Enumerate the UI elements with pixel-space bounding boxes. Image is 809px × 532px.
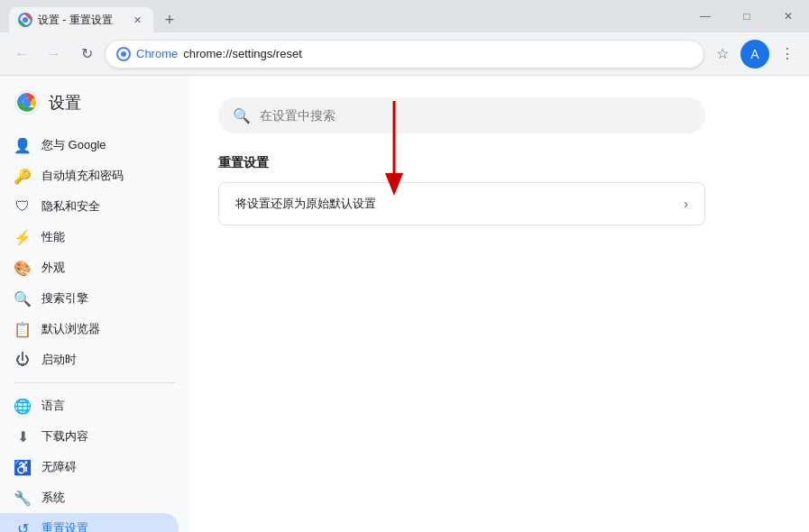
- sidebar-item-startup[interactable]: ⏻ 启动时: [0, 344, 179, 375]
- chrome-menu-button[interactable]: ⋮: [773, 40, 802, 69]
- back-button[interactable]: ←: [7, 40, 36, 69]
- shield-icon: 🛡: [14, 198, 31, 215]
- sidebar-label-privacy: 隐私和安全: [41, 198, 100, 215]
- tab-area: 设置 - 重置设置 ✕ +: [0, 0, 182, 32]
- maximize-button[interactable]: □: [726, 0, 768, 32]
- bookmark-button[interactable]: ☆: [708, 40, 737, 69]
- close-button[interactable]: ✕: [768, 0, 809, 32]
- system-icon: 🔧: [14, 490, 31, 506]
- chrome-favicon-icon: [116, 47, 131, 61]
- refresh-icon: ↻: [81, 45, 93, 62]
- settings-sidebar: 设置 👤 您与 Google 🔑 自动填充和密码 🛡 隐私和安全 ⚡ 性能 🎨 …: [0, 76, 189, 532]
- sidebar-label-startup: 启动时: [41, 352, 77, 368]
- palette-icon: 🎨: [14, 260, 31, 276]
- download-icon: ⬇: [14, 428, 31, 445]
- sidebar-label-performance: 性能: [41, 229, 65, 245]
- reset-option-label: 将设置还原为原始默认设置: [235, 196, 376, 212]
- reset-section: 将设置还原为原始默认设置 ›: [218, 182, 780, 225]
- address-bar[interactable]: Chrome chrome://settings/reset: [105, 40, 704, 69]
- settings-search-bar[interactable]: 🔍: [218, 97, 705, 133]
- svg-point-1: [23, 17, 28, 23]
- forward-button[interactable]: →: [40, 40, 69, 69]
- section-title: 重置设置: [218, 155, 780, 171]
- sidebar-item-language[interactable]: 🌐 语言: [0, 390, 179, 421]
- sidebar-divider: [14, 382, 175, 383]
- sidebar-label-search: 搜索引擎: [41, 290, 88, 307]
- search-icon: 🔍: [233, 107, 251, 124]
- chevron-right-icon: ›: [684, 197, 688, 211]
- startup-icon: ⏻: [14, 352, 31, 368]
- back-icon: ←: [14, 46, 29, 62]
- settings-logo-icon: [14, 90, 40, 115]
- sidebar-item-system[interactable]: 🔧 系统: [0, 482, 179, 513]
- chrome-label: Chrome: [136, 47, 178, 60]
- profile-button[interactable]: A: [740, 40, 769, 69]
- reset-icon: ↺: [14, 520, 31, 532]
- sidebar-item-browser[interactable]: 📋 默认浏览器: [0, 314, 179, 344]
- sidebar-label-google: 您与 Google: [41, 137, 106, 153]
- svg-point-3: [121, 51, 126, 57]
- tab-favicon: [18, 13, 32, 27]
- minimize-button[interactable]: —: [685, 0, 726, 32]
- sidebar-label-system: 系统: [41, 490, 65, 506]
- settings-header: 设置: [0, 90, 189, 130]
- sidebar-item-performance[interactable]: ⚡ 性能: [0, 222, 179, 252]
- sidebar-item-privacy[interactable]: 🛡 隐私和安全: [0, 191, 179, 222]
- accessibility-icon: ♿: [14, 459, 31, 475]
- sidebar-label-reset: 重置设置: [41, 520, 88, 532]
- settings-search-input[interactable]: [260, 108, 691, 123]
- main-layout: 设置 👤 您与 Google 🔑 自动填充和密码 🛡 隐私和安全 ⚡ 性能 🎨 …: [0, 76, 809, 532]
- refresh-button[interactable]: ↻: [72, 40, 101, 69]
- sidebar-item-appearance[interactable]: 🎨 外观: [0, 252, 179, 283]
- tab-title: 设置 - 重置设置: [38, 13, 124, 28]
- performance-icon: ⚡: [14, 229, 31, 245]
- sidebar-item-autofill[interactable]: 🔑 自动填充和密码: [0, 161, 179, 191]
- sidebar-item-downloads[interactable]: ⬇ 下载内容: [0, 421, 179, 452]
- address-text: chrome://settings/reset: [183, 47, 693, 60]
- person-icon: 👤: [14, 137, 31, 153]
- sidebar-label-autofill: 自动填充和密码: [41, 168, 124, 184]
- sidebar-item-accessibility[interactable]: ♿ 无障碍: [0, 452, 179, 482]
- window-controls: — □ ✕: [685, 0, 809, 32]
- star-icon: ☆: [716, 45, 729, 62]
- active-tab[interactable]: 设置 - 重置设置 ✕: [9, 7, 153, 32]
- language-icon: 🌐: [14, 398, 31, 414]
- sidebar-label-downloads: 下载内容: [41, 428, 88, 445]
- sidebar-label-appearance: 外观: [41, 260, 65, 276]
- reset-to-default-button[interactable]: 将设置还原为原始默认设置 ›: [218, 182, 705, 225]
- sidebar-label-accessibility: 无障碍: [41, 459, 77, 475]
- menu-icon: ⋮: [780, 45, 795, 62]
- settings-page-title: 设置: [49, 92, 81, 114]
- tab-close-button[interactable]: ✕: [130, 13, 144, 27]
- settings-content: 🔍 重置设置 将设置还原为原始默认设置 ›: [189, 76, 809, 532]
- search-icon: 🔍: [14, 290, 31, 307]
- sidebar-item-google[interactable]: 👤 您与 Google: [0, 130, 179, 161]
- browser-toolbar: ← → ↻ Chrome chrome://settings/reset ☆ A…: [0, 32, 809, 76]
- new-tab-button[interactable]: +: [157, 7, 182, 32]
- profile-icon: A: [750, 47, 758, 61]
- titlebar: 设置 - 重置设置 ✕ + — □ ✕: [0, 0, 809, 32]
- key-icon: 🔑: [14, 168, 31, 184]
- sidebar-item-search[interactable]: 🔍 搜索引擎: [0, 283, 179, 314]
- sidebar-label-language: 语言: [41, 398, 65, 414]
- forward-icon: →: [47, 46, 61, 62]
- sidebar-label-browser: 默认浏览器: [41, 321, 100, 337]
- sidebar-item-reset[interactable]: ↺ 重置设置: [0, 513, 179, 532]
- browser-icon: 📋: [14, 321, 31, 337]
